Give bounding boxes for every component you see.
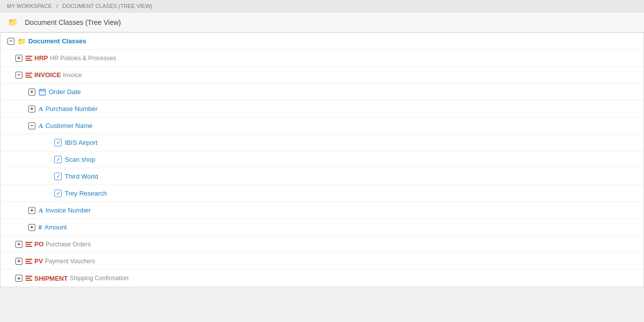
tree-row-purchase-number[interactable]: + A Purchase Number [0,101,644,117]
class-stack-icon-pv [25,259,32,264]
breadcrumb-workspace[interactable]: MY WORKSPACE [7,3,52,9]
tree-row-customer-name[interactable]: − A Customer Name [0,117,644,134]
field-name-purchase-number: Purchase Number [45,105,98,112]
tree-row-invoice[interactable]: − INVOICE Invoice [0,67,644,84]
class-stack-icon-invoice [25,73,32,78]
class-desc-invoice: Invoice [63,72,82,79]
tree-row-hrp[interactable]: + HRP HR Policies & Processes [0,50,644,67]
field-name-invoice-number: Invoice Number [45,207,91,214]
page-header: 📁 Document Classes (Tree View) [0,12,644,32]
tree-row-trey[interactable]: Trey Research [0,185,644,202]
class-stack-icon-shipment [25,276,32,281]
toggle-root[interactable]: − [7,38,14,45]
root-label: Document Classes [28,37,86,45]
class-desc-hrp: HR Policies & Processes [50,55,116,62]
tree-row-shipment[interactable]: + SHIPMENT Shipping Confirmation [0,270,644,287]
tree-row-pv[interactable]: + PV Payment Vouchers [0,253,644,270]
checkbox-scan[interactable] [54,156,62,163]
class-code-pv: PV [34,257,43,265]
toggle-invoice-number[interactable]: + [28,207,35,214]
class-code-invoice: INVOICE [34,71,61,79]
toggle-purchase-number[interactable]: + [28,106,35,112]
folder-icon: 📁 [8,17,18,27]
class-desc-po: Purchase Orders [46,241,91,248]
tree-row-po[interactable]: + PO Purchase Orders [0,236,644,253]
class-stack-icon-po [25,242,32,247]
class-code-po: PO [34,240,44,248]
field-name-customer-name: Customer Name [45,122,93,129]
text-field-icon-purchase: A [38,105,43,113]
text-field-icon-invoice-num: A [38,207,43,215]
value-third: Third World [65,173,98,180]
tree-row-third[interactable]: Third World [0,168,644,185]
tree-container: − 📁 Document Classes + HRP HR Policies &… [0,32,644,287]
field-name-amount: Amount [44,223,67,231]
text-field-icon-customer: A [38,122,43,130]
toggle-pv[interactable]: + [15,258,22,265]
class-stack-icon-hrp [25,56,32,61]
tree-row-invoice-number[interactable]: + A Invoice Number [0,202,644,219]
checkbox-third[interactable] [54,173,62,180]
tree-row-scan[interactable]: Scan shop [0,151,644,168]
value-trey: Trey Research [65,190,107,197]
toggle-order-date[interactable]: + [28,89,35,96]
breadcrumb: MY WORKSPACE / DOCUMENT CLASES (TREE VIE… [0,0,644,12]
toggle-shipment[interactable]: + [15,275,22,282]
toggle-customer-name[interactable]: − [28,122,35,129]
breadcrumb-current: DOCUMENT CLASES (TREE VIEW) [62,3,152,9]
tree-row-amount[interactable]: + # Amount [0,219,644,236]
breadcrumb-separator: / [56,3,58,9]
value-scan: Scan shop [65,156,95,163]
tree-row-order-date[interactable]: + Order Date [0,84,644,101]
date-field-icon [38,88,46,96]
checkbox-ibis[interactable] [54,139,62,146]
class-code-shipment: SHIPMENT [34,275,68,282]
field-name-order-date: Order Date [49,88,81,96]
svg-rect-0 [39,89,46,95]
toggle-po[interactable]: + [15,241,22,248]
toggle-hrp[interactable]: + [15,55,22,62]
tree-row-ibis[interactable]: IBIS Airport [0,134,644,151]
class-code-hrp: HRP [34,54,48,62]
checkbox-trey[interactable] [54,190,62,197]
value-ibis: IBIS Airport [65,139,98,146]
page-title: Document Classes (Tree View) [25,18,121,26]
toggle-invoice[interactable]: − [15,72,22,79]
class-desc-shipment: Shipping Confirmation [70,275,128,282]
tree-row-root[interactable]: − 📁 Document Classes [0,33,644,50]
root-folder-icon: 📁 [17,37,26,45]
toggle-amount[interactable]: + [28,224,35,231]
class-desc-pv: Payment Vouchers [45,258,95,265]
number-field-icon-amount: # [38,223,42,231]
